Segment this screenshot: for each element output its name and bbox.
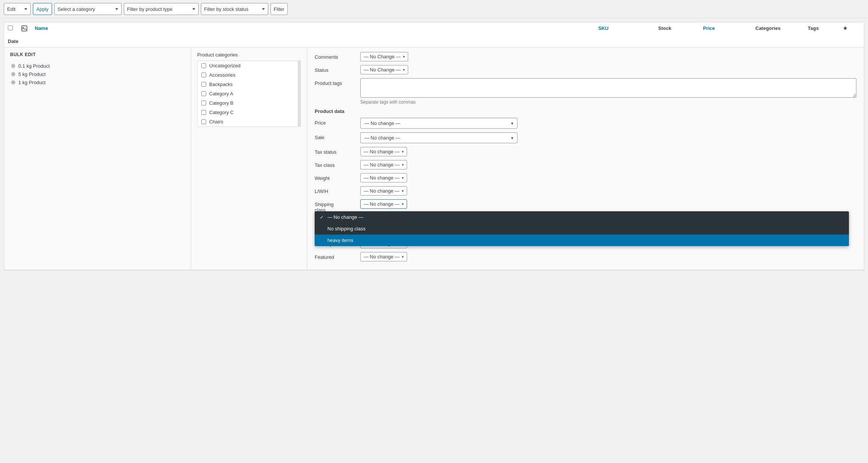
tax-class-control: — No change — ▾ xyxy=(360,160,856,169)
tax-status-value: — No change — xyxy=(364,149,400,154)
shipping-class-control: — No change — ▾ ✓ — No change — No shipp… xyxy=(360,199,856,209)
weight-label: Weight xyxy=(315,173,356,181)
status-control: — No Change — ▾ xyxy=(360,65,856,74)
shipping-option-no-change[interactable]: ✓ — No change — xyxy=(315,211,849,223)
weight-select[interactable]: — No change — ▾ xyxy=(360,173,407,183)
category-c[interactable]: Category C xyxy=(198,108,300,117)
category-chairs[interactable]: Chairs xyxy=(198,117,300,126)
featured-label: Featured xyxy=(315,252,356,260)
category-label-accessories: Accessories xyxy=(209,72,235,78)
remove-product-3-icon[interactable]: ⊗ xyxy=(10,79,16,85)
bulk-edit-panel: BULK EDIT ⊗ 0.1 kg Product ⊗ 5 kg Produc… xyxy=(4,47,864,270)
product-item-3: ⊗ 1 kg Product xyxy=(10,78,185,86)
categories-list[interactable]: Uncategorized Accessories Backpacks Cate… xyxy=(197,61,301,127)
price-select[interactable]: — No change — ▾ xyxy=(360,118,517,129)
shipping-option-no-change-label: — No change — xyxy=(327,214,363,220)
comments-select[interactable]: — No Change — ▾ xyxy=(360,52,408,61)
bulk-edit-products: BULK EDIT ⊗ 0.1 kg Product ⊗ 5 kg Produc… xyxy=(4,47,191,270)
header-stock[interactable]: Stock xyxy=(654,22,699,36)
featured-value: — No change — xyxy=(364,254,400,260)
tax-status-row: Tax status — No change — ▾ xyxy=(315,147,856,156)
category-label-uncategorized: Uncategorized xyxy=(209,63,241,68)
category-select[interactable]: Select a category Uncategorized Accessor… xyxy=(54,3,122,15)
category-label-b: Category B xyxy=(209,100,233,106)
shipping-class-arrow-icon: ▾ xyxy=(402,202,404,206)
edit-select[interactable]: Edit Delete xyxy=(4,3,31,15)
sale-select[interactable]: — No change — ▾ xyxy=(360,132,517,143)
category-uncategorized[interactable]: Uncategorized xyxy=(198,61,300,70)
status-row: Status — No Change — ▾ xyxy=(315,65,856,74)
header-sku[interactable]: SKU xyxy=(595,22,654,36)
stock-status-select[interactable]: Filter by stock status In stock Out of s… xyxy=(201,3,268,15)
tags-hint: Separate tags with commas xyxy=(360,99,856,105)
header-checkbox[interactable] xyxy=(4,22,18,36)
shipping-class-row: Shipping class — No change — ▾ ✓ — No ch… xyxy=(315,199,856,213)
header-image xyxy=(18,22,31,36)
header-date: Date xyxy=(4,36,18,47)
status-select[interactable]: — No Change — ▾ xyxy=(360,65,408,74)
header-categories: Categories xyxy=(752,22,804,36)
category-a[interactable]: Category A xyxy=(198,89,300,98)
category-checkbox-accessories[interactable] xyxy=(201,73,206,77)
category-backpacks[interactable]: Backpacks xyxy=(198,80,300,89)
comments-label: Comments xyxy=(315,52,356,60)
lwh-label: L/W/H xyxy=(315,186,356,194)
apply-button[interactable]: Apply xyxy=(33,3,52,15)
select-all-checkbox[interactable] xyxy=(8,25,13,30)
tags-row: Product tags Separate tags with commas xyxy=(315,78,856,105)
tax-status-select[interactable]: — No change — ▾ xyxy=(360,147,407,156)
featured-arrow-icon: ▾ xyxy=(402,255,404,259)
category-b[interactable]: Category B xyxy=(198,98,300,108)
price-row: Price — No change — ▾ xyxy=(315,118,856,129)
shipping-class-select[interactable]: — No change — ▾ xyxy=(360,199,407,209)
product-data-heading-row: Product data xyxy=(315,108,856,114)
shipping-option-heavy-items-label: heavy items xyxy=(327,237,353,243)
remove-product-1-icon[interactable]: ⊗ xyxy=(10,63,16,69)
featured-select[interactable]: — No change — ▾ xyxy=(360,252,407,261)
comments-row: Comments — No Change — ▾ xyxy=(315,52,856,61)
header-tags: Tags xyxy=(804,22,826,36)
remove-product-2-icon[interactable]: ⊗ xyxy=(10,71,16,77)
sale-row: Sale — No change — ▾ xyxy=(315,132,856,143)
status-value: — No Change — xyxy=(364,67,401,73)
tax-class-arrow-icon: ▾ xyxy=(402,163,404,167)
shipping-class-dropdown[interactable]: ✓ — No change — No shipping class heavy … xyxy=(315,211,849,246)
category-checkbox-b[interactable] xyxy=(201,101,206,105)
category-checkbox-c[interactable] xyxy=(201,110,206,115)
product-item-2: ⊗ 5 kg Product xyxy=(10,70,185,78)
header-featured[interactable]: ★ xyxy=(826,22,864,36)
price-label: Price xyxy=(315,118,356,126)
filter-button[interactable]: Filter xyxy=(271,3,288,15)
lwh-value: — No change — xyxy=(364,188,400,194)
products-table: Name SKU Stock Price Categories Tags ★ D… xyxy=(4,22,864,270)
shipping-option-no-class-label: No shipping class xyxy=(327,226,366,232)
header-name[interactable]: Name xyxy=(31,22,595,36)
header-price[interactable]: Price xyxy=(699,22,752,36)
toolbar: Edit Delete Apply Select a category Unca… xyxy=(0,0,868,18)
tax-class-row: Tax class — No change — ▾ xyxy=(315,160,856,169)
shipping-option-heavy-items[interactable]: heavy items xyxy=(315,234,849,246)
tags-control: Separate tags with commas xyxy=(360,78,856,105)
category-label-backpacks: Backpacks xyxy=(209,82,233,87)
product-type-select[interactable]: Filter by product type Simple product Va… xyxy=(124,3,199,15)
category-accessories[interactable]: Accessories xyxy=(198,70,300,80)
weight-arrow-icon: ▾ xyxy=(402,176,404,180)
category-checkbox-a[interactable] xyxy=(201,91,206,96)
category-checkbox-chairs[interactable] xyxy=(201,119,206,124)
category-checkbox-backpacks[interactable] xyxy=(201,82,206,87)
tags-textarea[interactable] xyxy=(360,78,856,98)
lwh-select[interactable]: — No change — ▾ xyxy=(360,186,407,196)
comments-arrow-icon: ▾ xyxy=(403,55,405,59)
shipping-option-no-class[interactable]: No shipping class xyxy=(315,223,849,234)
sale-arrow-icon: ▾ xyxy=(511,135,513,141)
svg-rect-0 xyxy=(22,26,27,31)
weight-value: — No change — xyxy=(364,175,400,181)
price-arrow-icon: ▾ xyxy=(511,121,513,126)
tax-class-select[interactable]: — No change — ▾ xyxy=(360,160,407,169)
sale-label: Sale xyxy=(315,132,356,140)
featured-row: Featured — No change — ▾ xyxy=(315,252,856,261)
svg-point-1 xyxy=(23,27,24,28)
category-checkbox-uncategorized[interactable] xyxy=(201,63,206,68)
comments-value: — No Change — xyxy=(364,54,401,59)
product-name-3: 1 kg Product xyxy=(18,80,46,85)
